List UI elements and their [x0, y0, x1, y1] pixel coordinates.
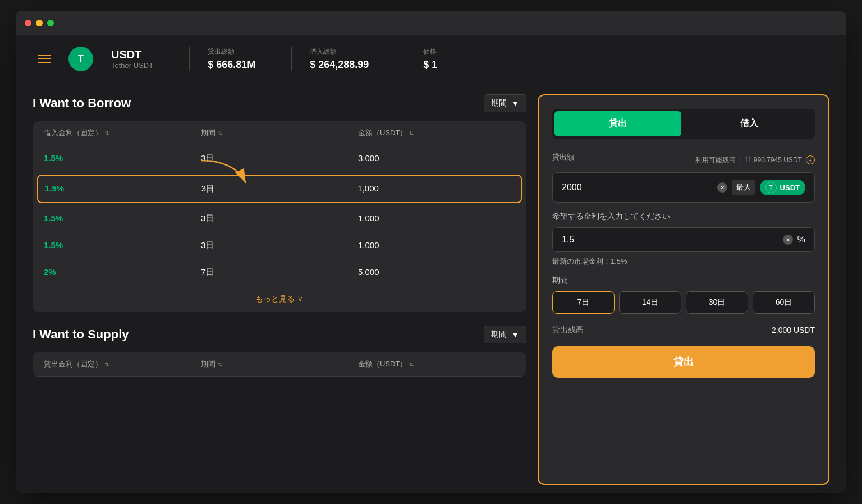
- table-row[interactable]: 1.5% 3日 3,000: [33, 145, 526, 172]
- borrow-total-label: 借入総額: [310, 47, 369, 57]
- cell-period: 3日: [201, 184, 358, 194]
- table-row[interactable]: 1.5% 3日 1,000: [33, 205, 526, 232]
- app-window: T USDT Tether USDT 貸出総額 $ 666.81M 借入総額 $…: [16, 11, 846, 493]
- table-row[interactable]: 2% 7日 5,000: [33, 259, 526, 286]
- balance-info: 利用可能残高： 11,990.7945 USDT +: [695, 155, 815, 165]
- cell-period: 3日: [201, 153, 358, 164]
- token-logo: T: [68, 47, 93, 71]
- rate-label: 希望する金利を入力してください: [552, 212, 815, 222]
- supply-col-period: 期間 ⇅: [201, 359, 358, 369]
- highlighted-row-container: 1.5% 3日 1,000: [33, 175, 526, 203]
- traffic-light-red[interactable]: [25, 20, 31, 26]
- cell-period: 3日: [201, 240, 358, 251]
- col-header-period: 期間 ⇅: [201, 128, 358, 138]
- lending-balance-label: 貸出残高: [552, 325, 584, 335]
- tab-borrow[interactable]: 借入: [686, 111, 813, 136]
- lending-amount-label: 貸出額: [552, 152, 574, 162]
- cell-amount: 3,000: [358, 153, 515, 164]
- period-label: 期間: [552, 276, 815, 286]
- supply-col-amount: 金額（USDT） ⇅: [358, 359, 515, 369]
- cell-amount: 1,000: [358, 213, 515, 224]
- menu-icon[interactable]: [38, 55, 51, 63]
- traffic-light-green[interactable]: [47, 20, 54, 26]
- cell-amount: 1,000: [358, 240, 515, 251]
- supply-col-rate: 貸出金利（固定） ⇅: [44, 359, 201, 369]
- market-rate: 最新の市場金利：1.5%: [552, 256, 815, 267]
- borrow-section-header: I Want to Borrow 期間 ▼: [33, 94, 526, 112]
- borrow-total-value: $ 264,288.99: [310, 59, 369, 71]
- chevron-down-icon: ▼: [511, 330, 519, 339]
- main-content: I Want to Borrow 期間 ▼ 借入金利（固定） ⇅ 期間 ⇅: [16, 83, 846, 493]
- token-sub: Tether USDT: [111, 61, 153, 70]
- token-name: USDT: [111, 48, 153, 61]
- left-panel: I Want to Borrow 期間 ▼ 借入金利（固定） ⇅ 期間 ⇅: [33, 94, 526, 485]
- period-btn-30[interactable]: 30日: [686, 291, 748, 314]
- lend-total-label: 貸出総額: [208, 47, 255, 57]
- cell-rate: 1.5%: [44, 240, 201, 251]
- period-btn-7[interactable]: 7日: [552, 291, 615, 314]
- max-button[interactable]: 最大: [732, 180, 755, 195]
- sort-icon-rate[interactable]: ⇅: [104, 130, 109, 136]
- usdt-badge-logo: T: [765, 182, 777, 193]
- sort-icon-amount[interactable]: ⇅: [409, 130, 414, 136]
- price-label: 価格: [423, 47, 437, 57]
- tab-bar: 貸出 借入: [552, 109, 815, 139]
- sort-icon[interactable]: ⇅: [104, 361, 109, 368]
- col-header-rate: 借入金利（固定） ⇅: [44, 128, 201, 138]
- lending-balance-row: 貸出残高 2,000 USDT: [552, 325, 815, 335]
- lending-amount-header: 貸出額 利用可能残高： 11,990.7945 USDT +: [552, 152, 815, 168]
- lending-balance-value: 2,000 USDT: [772, 326, 815, 335]
- more-link[interactable]: もっと見る ∨: [33, 286, 526, 312]
- token-info: USDT Tether USDT: [111, 48, 153, 70]
- clear-button[interactable]: ✕: [717, 182, 727, 193]
- cell-rate-2pct: 2%: [44, 267, 201, 278]
- header-stat-borrow: 借入総額 $ 264,288.99: [291, 47, 369, 71]
- app-header: T USDT Tether USDT 貸出総額 $ 666.81M 借入総額 $…: [16, 35, 846, 83]
- pct-label: %: [797, 235, 805, 245]
- sort-icon[interactable]: ⇅: [218, 361, 222, 368]
- cell-rate: 1.5%: [45, 184, 201, 194]
- input-actions: ✕ 最大 T USDT: [717, 180, 805, 195]
- balance-plus-icon[interactable]: +: [806, 155, 815, 164]
- usdt-badge: T USDT: [760, 180, 805, 195]
- cell-amount: 1,000: [357, 184, 514, 194]
- period-btn-14[interactable]: 14日: [619, 291, 681, 314]
- borrow-table-header: 借入金利（固定） ⇅ 期間 ⇅ 金額（USDT） ⇅: [33, 121, 526, 145]
- table-row-selected[interactable]: 1.5% 3日 1,000: [37, 175, 522, 203]
- period-buttons: 7日 14日 30日 60日: [552, 291, 815, 314]
- tab-lend[interactable]: 貸出: [554, 111, 681, 136]
- supply-table: 貸出金利（固定） ⇅ 期間 ⇅ 金額（USDT） ⇅: [33, 352, 526, 377]
- price-value: $ 1: [423, 59, 437, 71]
- col-header-amount: 金額（USDT） ⇅: [358, 128, 515, 138]
- traffic-light-yellow[interactable]: [36, 20, 43, 26]
- table-row[interactable]: 1.5% 3日 1,000: [33, 232, 526, 259]
- supply-section-header: I Want to Supply 期間 ▼: [33, 326, 526, 343]
- sort-icon[interactable]: ⇅: [409, 361, 414, 368]
- cell-period: 7日: [201, 267, 358, 278]
- cell-period: 3日: [201, 213, 358, 224]
- supply-section: I Want to Supply 期間 ▼ 貸出金利（固定） ⇅ 期間: [33, 326, 526, 377]
- title-bar: [16, 11, 846, 35]
- cell-amount: 5,000: [358, 267, 515, 278]
- chevron-down-icon: ▼: [511, 99, 519, 108]
- lending-amount-input-field: ✕ 最大 T USDT: [552, 172, 815, 203]
- sort-icon-period[interactable]: ⇅: [218, 130, 222, 136]
- cell-rate: 1.5%: [44, 153, 201, 164]
- period-btn-60[interactable]: 60日: [753, 291, 815, 314]
- borrow-period-dropdown[interactable]: 期間 ▼: [484, 94, 526, 112]
- rate-input-field: ✕ %: [552, 227, 815, 252]
- submit-button[interactable]: 貸出: [552, 346, 815, 378]
- cell-rate: 1.5%: [44, 213, 201, 224]
- supply-period-dropdown[interactable]: 期間 ▼: [484, 326, 526, 343]
- lend-total-value: $ 666.81M: [208, 59, 255, 71]
- supply-title: I Want to Supply: [33, 327, 129, 342]
- lending-amount-input[interactable]: [562, 182, 717, 193]
- rate-input[interactable]: [562, 235, 783, 245]
- rate-clear-button[interactable]: ✕: [783, 235, 793, 245]
- borrow-table: 借入金利（固定） ⇅ 期間 ⇅ 金額（USDT） ⇅ 1.5% 3日: [33, 121, 526, 312]
- right-panel: 貸出 借入 貸出額 利用可能残高： 11,990.7945 USDT + ✕ 最…: [538, 94, 829, 485]
- header-stat-lend: 貸出総額 $ 666.81M: [189, 47, 255, 71]
- supply-table-header: 貸出金利（固定） ⇅ 期間 ⇅ 金額（USDT） ⇅: [33, 352, 526, 377]
- borrow-title: I Want to Borrow: [33, 96, 131, 111]
- header-stat-price: 価格 $ 1: [405, 47, 437, 71]
